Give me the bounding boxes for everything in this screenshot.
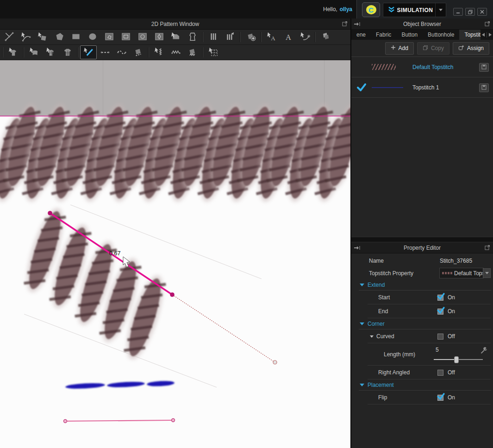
toolbar-row-1: AA bbox=[0, 30, 350, 45]
section-header-placement[interactable]: Placement bbox=[351, 379, 493, 391]
pattern-puckering-tool[interactable] bbox=[184, 45, 201, 59]
right-angled-checkbox[interactable] bbox=[437, 370, 443, 376]
create-ellipse-tool[interactable] bbox=[84, 30, 101, 44]
username[interactable]: ollya bbox=[340, 6, 352, 13]
save-item-button[interactable] bbox=[479, 63, 489, 72]
tab-fabric[interactable]: Fabric bbox=[371, 30, 396, 40]
property-row-length-mm: Length (mm) 5 bbox=[351, 343, 493, 366]
add-pattern-tool[interactable] bbox=[243, 30, 259, 44]
topstitch-item-default-topstitch[interactable]: Default Topstitch bbox=[351, 57, 493, 77]
segment-start-point[interactable] bbox=[48, 211, 52, 215]
toolbar-divider bbox=[240, 32, 241, 42]
section-expander-icon[interactable] bbox=[360, 322, 364, 325]
grading-tool[interactable] bbox=[297, 30, 313, 44]
tab-scene[interactable]: ene bbox=[351, 30, 371, 40]
dropdown-value: Default Tops bbox=[454, 270, 484, 277]
toolbar-divider bbox=[24, 47, 24, 57]
topstitch-item-topstitch-1[interactable]: Topstitch 1 bbox=[351, 77, 493, 98]
save-item-button[interactable] bbox=[479, 83, 489, 92]
shrinkage-tool[interactable] bbox=[205, 45, 222, 59]
add-button[interactable]: Add bbox=[385, 42, 414, 55]
edit-topstitch-tool[interactable] bbox=[80, 45, 97, 59]
property-label: Length (mm) bbox=[384, 351, 415, 358]
section-header-extend[interactable]: Extend bbox=[351, 279, 493, 290]
flip-state: On bbox=[448, 394, 455, 401]
edit-print-layout-tool[interactable] bbox=[26, 45, 43, 59]
property-row-end: End On bbox=[351, 304, 493, 318]
segment-puckering-tool[interactable] bbox=[168, 45, 184, 59]
subsection-expander-icon[interactable] bbox=[370, 335, 374, 338]
popout-icon[interactable] bbox=[485, 245, 490, 252]
topstitch-thumbnail bbox=[372, 64, 404, 70]
popout-icon[interactable] bbox=[485, 21, 490, 28]
simulation-dropdown-caret[interactable] bbox=[435, 3, 446, 17]
create-annotation-tool[interactable]: A bbox=[280, 30, 297, 44]
guide-endpoint[interactable] bbox=[273, 360, 277, 364]
pattern-canvas-svg[interactable]: 0.67 bbox=[0, 60, 350, 448]
edit-puckering-tool[interactable] bbox=[151, 45, 168, 59]
create-polygon-tool[interactable] bbox=[51, 30, 68, 44]
base-pattern-tool[interactable] bbox=[168, 30, 184, 44]
create-dart-tool[interactable] bbox=[151, 30, 168, 44]
section-expander-icon[interactable] bbox=[360, 284, 364, 286]
texture-checker-tool[interactable] bbox=[59, 45, 76, 59]
dropdown-caret[interactable] bbox=[483, 268, 491, 278]
flip-checkbox[interactable] bbox=[437, 395, 443, 401]
popout-icon[interactable] bbox=[342, 21, 348, 28]
tab-scroll-right-icon[interactable] bbox=[489, 33, 492, 37]
pleats-tool[interactable] bbox=[205, 30, 222, 44]
restore-button[interactable] bbox=[465, 8, 475, 16]
edit-annotation-tool[interactable]: A bbox=[263, 30, 280, 44]
panel-splitter[interactable] bbox=[351, 237, 493, 242]
trace-tool[interactable] bbox=[184, 30, 201, 44]
property-row-curved: Curved Off bbox=[351, 329, 493, 343]
baseline-start-point[interactable] bbox=[64, 420, 67, 423]
transform-pattern-tool[interactable] bbox=[34, 30, 51, 44]
start-checkbox[interactable] bbox=[437, 295, 443, 301]
free-topstitch-tool[interactable] bbox=[113, 45, 130, 59]
length-mm-value[interactable]: 5 bbox=[436, 347, 439, 353]
property-label: End bbox=[378, 308, 388, 315]
toolbar-divider bbox=[261, 32, 262, 42]
texture-checker-icon bbox=[62, 46, 73, 59]
pleats-fold-tool[interactable] bbox=[222, 30, 238, 44]
assign-button[interactable]: Assign bbox=[453, 42, 489, 55]
pattern-topstitch-tool[interactable] bbox=[130, 45, 147, 59]
clo-logo-button[interactable]: C bbox=[362, 2, 380, 17]
end-checkbox[interactable] bbox=[437, 309, 443, 315]
edit-curvature-tool[interactable] bbox=[18, 30, 34, 44]
create-rectangle-tool[interactable] bbox=[68, 30, 84, 44]
clone-layer-tool[interactable] bbox=[318, 30, 334, 44]
name-value[interactable]: Stitch_37685 bbox=[440, 258, 472, 264]
pattern-canvas[interactable]: 0.67 bbox=[0, 60, 350, 448]
baseline-stitch-line[interactable] bbox=[65, 420, 173, 421]
edit-texture-tool[interactable] bbox=[5, 45, 22, 59]
simulation-button[interactable]: SIMULATION bbox=[383, 3, 446, 17]
tab-scroll-left-icon[interactable] bbox=[482, 33, 485, 37]
collapse-panel-icon[interactable] bbox=[354, 245, 360, 252]
tab-button[interactable]: Button bbox=[396, 30, 423, 40]
close-button[interactable] bbox=[477, 8, 487, 16]
internal-polygon-tool[interactable] bbox=[101, 30, 118, 44]
segment-topstitch-icon bbox=[100, 46, 111, 59]
section-header-corner[interactable]: Corner bbox=[351, 318, 493, 329]
tab-buttonhole[interactable]: Buttonhole bbox=[423, 30, 459, 40]
segment-end-point[interactable] bbox=[170, 292, 175, 297]
minimize-button[interactable] bbox=[453, 8, 463, 16]
edit-uv-tool[interactable] bbox=[43, 45, 59, 59]
floppy-icon bbox=[481, 64, 487, 71]
section-expander-icon[interactable] bbox=[360, 384, 364, 386]
edit-pattern-tool[interactable] bbox=[1, 30, 18, 44]
topstitch-property-dropdown[interactable]: Default Tops bbox=[439, 268, 484, 278]
internal-ellipse-tool[interactable] bbox=[134, 30, 151, 44]
curved-checkbox[interactable] bbox=[437, 334, 443, 340]
slider-handle[interactable] bbox=[454, 356, 459, 363]
baseline-end-point[interactable] bbox=[172, 419, 175, 422]
object-browser-empty-area bbox=[351, 98, 493, 237]
length-mm-slider[interactable] bbox=[434, 359, 483, 360]
collapse-panel-icon[interactable] bbox=[354, 21, 360, 28]
internal-rectangle-tool[interactable] bbox=[118, 30, 134, 44]
segment-topstitch-tool[interactable] bbox=[97, 45, 113, 59]
free-topstitch-icon bbox=[116, 46, 127, 59]
wrench-icon[interactable] bbox=[481, 347, 487, 355]
